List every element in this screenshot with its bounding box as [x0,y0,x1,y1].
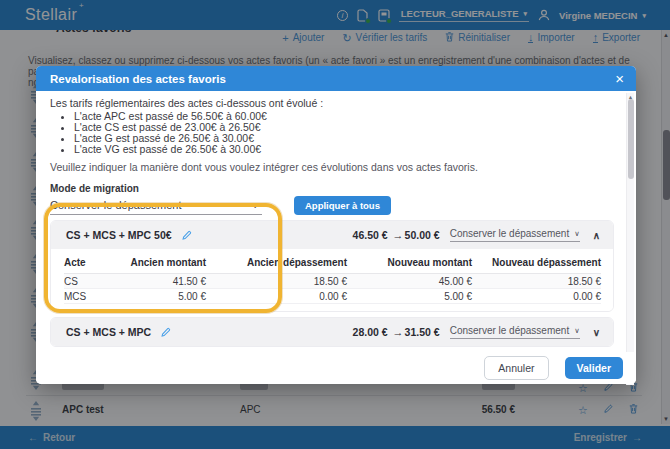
favourite-accordion-2: CS + MCS + MPC 28.00 € → 31.50 € Conserv… [50,317,614,347]
validate-button[interactable]: Valider [565,357,623,379]
modal-scrollbar-thumb[interactable] [628,99,634,179]
migration-mode-select[interactable]: Conserver le dépassement ∨ [50,198,262,215]
edit-icon[interactable] [181,230,192,241]
col-acte: Acte [64,257,114,268]
table-row: CS 41.50 € 18.50 € 45.00 € 18.50 € [64,274,601,289]
modal-title: Revalorisation des actes favoris [50,73,226,85]
modal-scrollbar[interactable]: ▲ ▼ [626,93,634,385]
new-amount: 31.50 € [405,326,440,338]
row-mode-select[interactable]: Conserver le dépassement ∨ [450,325,580,339]
col-nouveau-montant: Nouveau montant [347,257,472,268]
accordion-label: CS + MCS + MPC 50€ [66,229,172,241]
modal-header: Revalorisation des actes favoris × [36,66,636,91]
modal-footer: Annuler Valider [36,352,636,384]
col-ancien-depassement: Ancien dépassement [206,257,347,268]
row-mode-value: Conserver le dépassement [450,228,570,239]
row-mode-value: Conserver le dépassement [450,325,570,336]
close-icon[interactable]: × [615,71,624,86]
tariff-change-item: L'acte VG est passé de 26.50€ à 30.00€ [74,144,614,155]
col-nouveau-depassement: Nouveau dépassement [472,257,601,268]
collapse-icon[interactable]: ∧ [593,230,600,241]
instruction-text: Veuillez indiquer la manière dont vous v… [50,161,614,174]
migration-mode-row: Conserver le dépassement ∨ Appliquer à t… [50,196,614,215]
favourite-accordion-1: CS + MCS + MPC 50€ 46.50 € → 50.00 € Con… [50,220,614,312]
chevron-down-icon: ∨ [574,229,580,238]
migration-mode-label: Mode de migration [50,183,614,194]
screen: Stellair + i LECTEUR_GENERALISTE ▾ Virgi… [0,0,670,449]
cancel-button[interactable]: Annuler [484,356,548,380]
tariff-change-intro: Les tarifs réglementaires des actes ci-d… [50,97,614,109]
edit-icon[interactable] [160,327,171,338]
new-amount: 50.00 € [405,229,440,241]
acts-table-header: Acte Ancien montant Ancien dépassement N… [64,252,601,274]
accordion-header[interactable]: CS + MCS + MPC 50€ 46.50 € → 50.00 € Con… [51,221,613,249]
accordion-label: CS + MCS + MPC [66,326,151,338]
arrow-right-icon: → [393,326,404,338]
old-amount: 28.00 € [353,326,388,338]
chevron-down-icon: ∨ [252,201,258,210]
accordion-panel: Acte Ancien montant Ancien dépassement N… [51,249,613,311]
row-mode-select[interactable]: Conserver le dépassement ∨ [450,228,580,242]
tariff-change-list: L'acte APC est passé de 56.50€ à 60.00€ … [50,111,614,155]
revalorisation-modal: Revalorisation des actes favoris × Les t… [36,66,636,384]
table-row: MCS 5.00 € 0.00 € 5.00 € 0.00 € [64,289,601,304]
col-ancien-montant: Ancien montant [114,257,206,268]
chevron-down-icon: ∨ [574,326,580,335]
old-amount: 46.50 € [353,229,388,241]
arrow-right-icon: → [393,229,404,241]
migration-mode-value: Conserver le dépassement [50,199,181,211]
apply-to-all-button[interactable]: Appliquer à tous [294,196,391,215]
accordion-header[interactable]: CS + MCS + MPC 28.00 € → 31.50 € Conserv… [51,318,613,346]
modal-body: Les tarifs réglementaires des actes ci-d… [36,91,636,352]
expand-icon[interactable]: ∨ [593,327,600,338]
